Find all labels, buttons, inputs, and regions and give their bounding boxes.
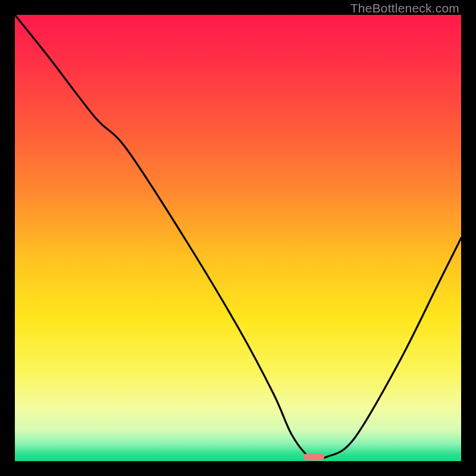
bottleneck-curve [15, 15, 461, 461]
watermark-text: TheBottleneck.com [350, 1, 459, 15]
chart-frame: TheBottleneck.com [0, 0, 476, 476]
plot-area [15, 15, 461, 461]
optimal-marker [303, 453, 324, 461]
